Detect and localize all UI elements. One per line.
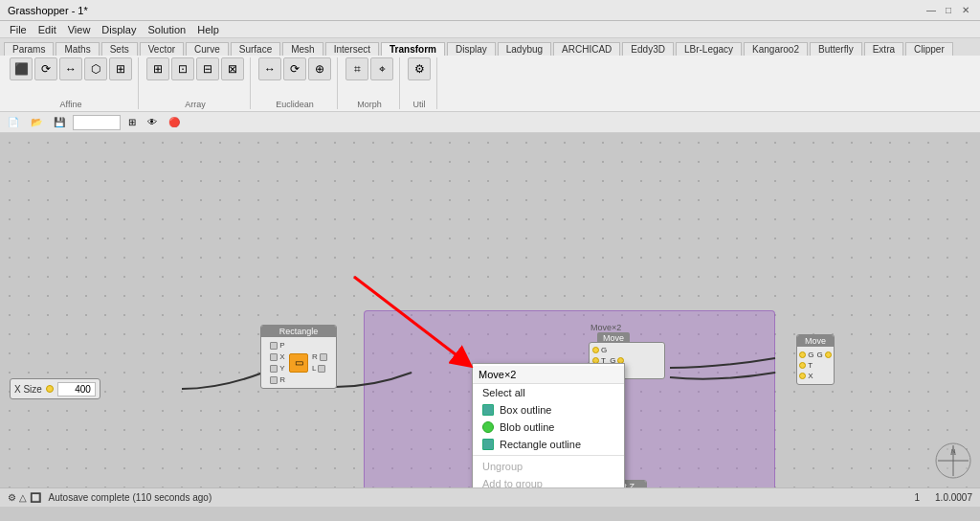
tab-vector[interactable]: Vector xyxy=(140,42,184,56)
affine-icon-2[interactable]: ⟳ xyxy=(34,57,57,80)
menu-view[interactable]: View xyxy=(62,23,97,36)
tab-intersect[interactable]: Intersect xyxy=(325,42,379,56)
util-icon-1[interactable]: ⚙ xyxy=(408,57,431,80)
tab-surface[interactable]: Surface xyxy=(231,42,280,56)
affine-icon-5[interactable]: ⊞ xyxy=(109,57,132,80)
port-r-in[interactable] xyxy=(270,376,278,384)
rectangle-right-ports: R L xyxy=(312,352,327,373)
ctx-blob-outline-label: Blob outline xyxy=(500,421,555,433)
ctx-ungroup-label: Ungroup xyxy=(482,461,523,472)
page-number: 1 xyxy=(915,492,921,503)
menu-edit[interactable]: Edit xyxy=(33,23,62,36)
tab-lbr[interactable]: LBr-Legacy xyxy=(676,42,742,56)
zoom-fit-button[interactable]: ⊞ xyxy=(124,116,140,128)
affine-icon-3[interactable]: ↔ xyxy=(59,57,82,80)
new-document-button[interactable]: 📄 xyxy=(4,116,23,128)
m2-g-out[interactable] xyxy=(825,351,832,358)
x-size-value[interactable]: 400 xyxy=(57,382,96,396)
affine-icon-4[interactable]: ⬡ xyxy=(84,57,107,80)
maximize-button[interactable]: □ xyxy=(942,4,955,17)
ctx-add-to-group[interactable]: Add to group xyxy=(473,475,624,487)
canvas[interactable]: Rectangle P X Y R ▭ xyxy=(0,133,980,487)
array-icon-3[interactable]: ⊟ xyxy=(196,57,219,80)
util-icons: ⚙ xyxy=(408,57,431,80)
array-icon-2[interactable]: ⊡ xyxy=(171,57,194,80)
x-size-label: X Size xyxy=(14,384,42,395)
tab-ladybug[interactable]: Ladybug xyxy=(498,42,551,56)
port-r-out[interactable] xyxy=(320,353,327,361)
ribbon-group-euclidean: ↔ ⟳ ⊕ Euclidean xyxy=(253,57,338,109)
m2-x[interactable] xyxy=(799,373,806,379)
tab-archicad[interactable]: ARCHICAD xyxy=(553,42,620,56)
move2-right-ports: G xyxy=(817,351,832,380)
move-node-2[interactable]: Move G T X G xyxy=(796,334,835,385)
port-y[interactable] xyxy=(270,365,278,373)
ctx-ungroup[interactable]: Ungroup xyxy=(473,458,624,475)
ctx-select-all[interactable]: Select all xyxy=(473,384,624,401)
tab-clipper[interactable]: Clipper xyxy=(905,42,953,56)
svg-text:N: N xyxy=(951,448,955,454)
move1-port-g[interactable] xyxy=(592,347,599,353)
ctx-blob-outline[interactable]: Blob outline xyxy=(473,419,624,436)
rectangle-node[interactable]: Rectangle P X Y R ▭ xyxy=(260,325,337,389)
menu-solution[interactable]: Solution xyxy=(142,23,191,36)
tab-curve[interactable]: Curve xyxy=(186,42,229,56)
open-button[interactable]: 📂 xyxy=(27,116,46,128)
ribbon-group-morph: ⌗ ⌖ Morph xyxy=(340,57,400,109)
menu-display[interactable]: Display xyxy=(96,23,142,36)
ctx-rect-outline[interactable]: Rectangle outline xyxy=(473,436,624,453)
x-size-node[interactable]: X Size 400 xyxy=(10,378,100,399)
port-p[interactable] xyxy=(270,342,278,350)
tab-params[interactable]: Params xyxy=(4,42,54,56)
tab-display[interactable]: Display xyxy=(447,42,496,56)
rect-outline-icon xyxy=(482,439,494,450)
morph-icon-2[interactable]: ⌖ xyxy=(370,57,393,80)
zoom-input[interactable]: 173% xyxy=(73,115,121,130)
ctx-box-outline[interactable]: Box outline xyxy=(473,401,624,419)
save-button[interactable]: 💾 xyxy=(50,116,69,128)
array-icons: ⊞ ⊡ ⊟ ⊠ xyxy=(146,57,244,80)
move2-title: Move xyxy=(797,335,834,347)
tab-transform[interactable]: Transform xyxy=(381,42,445,56)
rectangle-node-title: Rectangle xyxy=(261,326,336,337)
port-l-out[interactable] xyxy=(318,365,325,373)
port-x-row: X xyxy=(270,352,285,361)
tab-maths[interactable]: Maths xyxy=(56,42,99,56)
array-icon-1[interactable]: ⊞ xyxy=(146,57,169,80)
tab-butterfly[interactable]: Butterfly xyxy=(810,42,862,56)
move2-top-label: Move×2 xyxy=(590,323,621,332)
affine-icon-1[interactable]: ⬛ xyxy=(10,57,33,80)
rectangle-left-ports: P X Y R xyxy=(270,341,285,384)
menu-file[interactable]: File xyxy=(4,23,33,36)
m2-g[interactable] xyxy=(799,351,806,358)
move2-body: G T X G xyxy=(795,347,835,384)
tab-kangaroo[interactable]: Kangaroo2 xyxy=(744,42,808,56)
tab-mesh[interactable]: Mesh xyxy=(282,42,323,56)
x-size-port[interactable] xyxy=(46,385,54,393)
affine-label: Affine xyxy=(60,100,82,109)
port-x[interactable] xyxy=(270,353,278,361)
m2-t[interactable] xyxy=(799,362,806,369)
autosave-text: Autosave complete (110 seconds ago) xyxy=(49,492,212,503)
ctx-select-all-label: Select all xyxy=(482,387,525,398)
box-outline-icon xyxy=(482,404,494,416)
morph-icon-1[interactable]: ⌗ xyxy=(345,57,368,80)
move1-port-g-row: G xyxy=(592,346,607,354)
ctx-box-outline-label: Box outline xyxy=(500,404,551,416)
array-icon-4[interactable]: ⊠ xyxy=(221,57,244,80)
ribbon-group-affine: ⬛ ⟳ ↔ ⬡ ⊞ Affine xyxy=(4,57,139,109)
preview-button[interactable]: 👁 xyxy=(144,116,161,128)
euclidean-icon-1[interactable]: ↔ xyxy=(258,57,281,80)
app-title: Grasshopper - 1* xyxy=(8,5,88,16)
bake-button[interactable]: 🔴 xyxy=(165,116,184,128)
menu-help[interactable]: Help xyxy=(191,23,225,36)
euclidean-icon-3[interactable]: ⊕ xyxy=(308,57,331,80)
tab-sets[interactable]: Sets xyxy=(101,42,138,56)
tab-extra[interactable]: Extra xyxy=(864,42,903,56)
tab-eddy3d[interactable]: Eddy3D xyxy=(622,42,674,56)
euclidean-icon-2[interactable]: ⟳ xyxy=(283,57,306,80)
close-button[interactable]: ✕ xyxy=(959,4,972,17)
context-menu-search[interactable] xyxy=(473,366,624,384)
secondary-toolbar: 📄 📂 💾 173% ⊞ 👁 🔴 xyxy=(0,112,980,133)
minimize-button[interactable]: — xyxy=(924,4,938,17)
